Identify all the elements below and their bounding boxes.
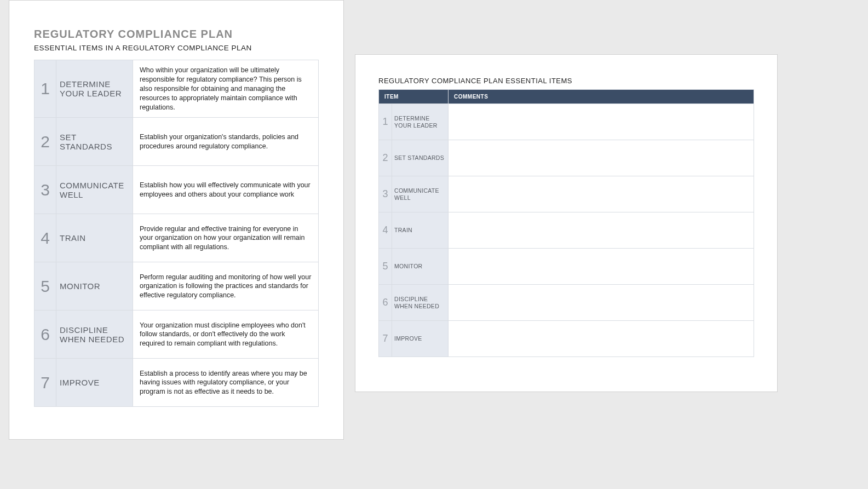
row-number: 5 (35, 262, 56, 310)
table-row: 6DISCIPLINE WHEN NEEDEDYour organization… (35, 310, 319, 359)
row-label: DISCIPLINE WHEN NEEDED (392, 285, 449, 321)
table-row: 2SET STANDARDSEstablish your organizatio… (35, 118, 319, 166)
row-label: SET STANDARDS (56, 118, 133, 166)
row-number: 2 (35, 118, 56, 166)
row-comment[interactable] (449, 249, 754, 285)
row-description: Establish your organization's standards,… (133, 118, 319, 166)
page-wrap: REGULATORY COMPLIANCE PLAN ESSENTIAL ITE… (0, 0, 868, 440)
row-label: TRAIN (56, 214, 133, 262)
right-page-title: REGULATORY COMPLIANCE PLAN ESSENTIAL ITE… (378, 77, 754, 85)
table-row: 1DETERMINE YOUR LEADER (379, 104, 754, 140)
row-number: 6 (379, 285, 392, 321)
row-label: COMMUNICATE WELL (392, 176, 449, 212)
comments-table: ITEM COMMENTS 1DETERMINE YOUR LEADER2SET… (378, 89, 754, 357)
row-description: Who within your organization will be ult… (133, 60, 319, 118)
row-description: Your organization must discipline employ… (133, 310, 319, 359)
table-row: 7IMPROVEEstablish a process to identify … (35, 359, 319, 407)
row-number: 7 (35, 359, 56, 407)
table-row: 7IMPROVE (379, 321, 754, 357)
page-title: REGULATORY COMPLIANCE PLAN (34, 28, 319, 41)
row-label: COMMUNICATE WELL (56, 166, 133, 214)
row-number: 3 (379, 176, 392, 212)
table-row: 5MONITORPerform regular auditing and mon… (35, 262, 319, 310)
table-row: 3COMMUNICATE WELLEstablish how you will … (35, 166, 319, 214)
row-comment[interactable] (449, 321, 754, 357)
row-comment[interactable] (449, 285, 754, 321)
table-row: 5MONITOR (379, 249, 754, 285)
row-description: Provide regular and effective training f… (133, 214, 319, 262)
header-item: ITEM (379, 90, 449, 104)
table-row: 4TRAIN (379, 212, 754, 249)
row-number: 1 (35, 60, 56, 118)
row-comment[interactable] (449, 104, 754, 140)
row-label: MONITOR (392, 249, 449, 285)
row-comment[interactable] (449, 176, 754, 212)
table-row: 3COMMUNICATE WELL (379, 176, 754, 212)
row-label: MONITOR (56, 262, 133, 310)
header-comments: COMMENTS (449, 90, 754, 104)
row-label: IMPROVE (56, 359, 133, 407)
row-number: 4 (35, 214, 56, 262)
page-right: REGULATORY COMPLIANCE PLAN ESSENTIAL ITE… (355, 54, 778, 392)
table-row: 4TRAINProvide regular and effective trai… (35, 214, 319, 262)
row-number: 4 (379, 212, 392, 249)
row-comment[interactable] (449, 140, 754, 176)
row-number: 1 (379, 104, 392, 140)
row-number: 3 (35, 166, 56, 214)
page-left: REGULATORY COMPLIANCE PLAN ESSENTIAL ITE… (9, 0, 344, 440)
table-row: 6DISCIPLINE WHEN NEEDED (379, 285, 754, 321)
row-description: Establish a process to identify areas wh… (133, 359, 319, 407)
row-number: 2 (379, 140, 392, 176)
row-label: DETERMINE YOUR LEADER (56, 60, 133, 118)
row-description: Perform regular auditing and monitoring … (133, 262, 319, 310)
row-comment[interactable] (449, 212, 754, 249)
row-number: 5 (379, 249, 392, 285)
row-label: SET STANDARDS (392, 140, 449, 176)
table-row: 1DETERMINE YOUR LEADERWho within your or… (35, 60, 319, 118)
row-label: IMPROVE (392, 321, 449, 357)
row-label: TRAIN (392, 212, 449, 249)
row-number: 7 (379, 321, 392, 357)
row-label: DISCIPLINE WHEN NEEDED (56, 310, 133, 359)
row-description: Establish how you will effectively commu… (133, 166, 319, 214)
page-subtitle: ESSENTIAL ITEMS IN A REGULATORY COMPLIAN… (34, 44, 319, 52)
table-row: 2SET STANDARDS (379, 140, 754, 176)
row-number: 6 (35, 310, 56, 359)
row-label: DETERMINE YOUR LEADER (392, 104, 449, 140)
essential-items-table: 1DETERMINE YOUR LEADERWho within your or… (34, 60, 319, 407)
